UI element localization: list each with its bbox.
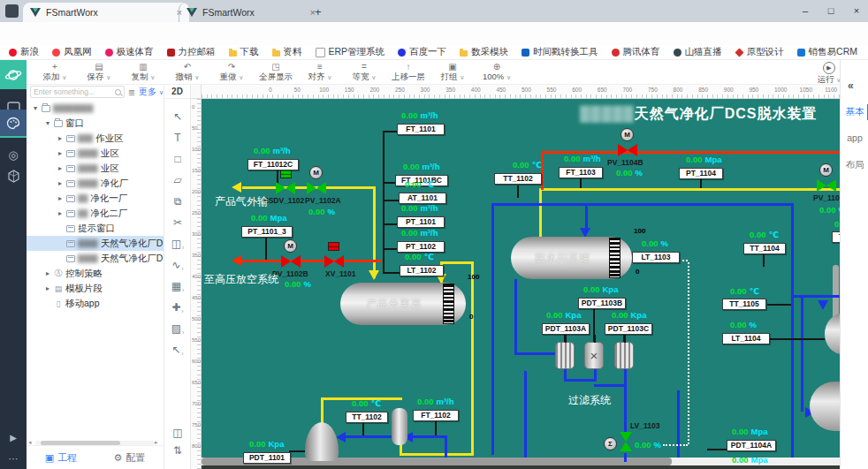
palette-tool-3[interactable]: ▱ [164, 170, 191, 191]
tree-item-窗口[interactable]: ▾窗口 [27, 116, 164, 131]
motor-actuator-icon[interactable]: M [621, 128, 634, 141]
bookmark-item[interactable]: 百度一下 [398, 46, 446, 58]
pipe[interactable] [539, 188, 840, 191]
toolbar-button-重做[interactable]: ↷重做 ∨ [210, 61, 253, 84]
pipe[interactable] [445, 435, 447, 458]
canvas-text-0[interactable]: 0 [469, 313, 473, 321]
window-minimize-button[interactable]: – [794, 0, 817, 21]
connector-line[interactable] [435, 421, 437, 435]
connector-line[interactable] [763, 254, 765, 267]
palette-tool-10[interactable]: ▨› [164, 318, 191, 339]
panel-tab-layout[interactable]: 布局 [841, 159, 868, 171]
valve-PV_1102A[interactable] [307, 182, 326, 194]
pipe[interactable] [791, 295, 840, 298]
tab-search-icon[interactable] [5, 4, 19, 18]
tree-item-模板片段[interactable]: ▸▤模板片段 [27, 281, 164, 296]
pipe[interactable] [514, 352, 557, 355]
pipe[interactable] [471, 261, 474, 453]
palette-bottom-tool-1[interactable]: ⇅ [164, 442, 191, 459]
canvas-text-至高压放空系统[interactable]: 至高压放空系统 [204, 272, 278, 287]
pipe[interactable] [594, 369, 597, 382]
instrument-PDT_1104A[interactable]: PDT_1104A [727, 440, 776, 451]
instrument-TT_1102[interactable]: TT_1102 [494, 173, 542, 185]
tree-item-天然气净化厂D[interactable]: ████天然气净化厂D [27, 236, 164, 251]
valve-PV_1102B[interactable] [281, 255, 301, 268]
pipe[interactable] [624, 453, 627, 462]
palette-tool-4[interactable]: ⧉ [164, 191, 191, 212]
pipe[interactable] [412, 435, 445, 438]
instrument-PDT_1101[interactable]: PDT_1101 [243, 452, 291, 464]
palette-bottom-tool-0[interactable]: ◫ [164, 424, 191, 442]
instrument-TT_1104[interactable]: TT_1104 [743, 243, 786, 254]
tree-item-天然气净化厂D[interactable]: ████天然气净化厂D [27, 251, 164, 266]
motor-actuator-icon[interactable]: M [819, 163, 833, 177]
instrument-TT_1[interactable]: TT_1 [832, 231, 840, 243]
connector-line[interactable] [517, 185, 519, 198]
tree-item-redacted[interactable]: ▾████████ [27, 101, 164, 116]
vessel[interactable] [810, 382, 840, 431]
connector-line[interactable] [383, 248, 397, 250]
connector-line[interactable] [700, 179, 702, 188]
toolbar-button-上移一层[interactable]: ↑上移一层 [387, 61, 430, 84]
pipe[interactable] [400, 453, 474, 456]
expand-icon[interactable]: ▾ [44, 119, 51, 127]
bookmark-item[interactable]: 凤凰网 [52, 46, 92, 58]
tree-item-移动app[interactable]: ▯移动app [27, 296, 164, 311]
bookmark-item[interactable]: 原型设计 [735, 46, 784, 58]
motor-actuator-icon[interactable]: M [309, 166, 323, 179]
flow-arrow-down[interactable] [818, 300, 828, 310]
instrument-PDT_1103B[interactable]: PDT_1103B [578, 298, 626, 309]
sigma-actuator-icon[interactable]: Σ [604, 437, 617, 450]
vessel[interactable] [614, 342, 634, 369]
pipe[interactable] [524, 371, 527, 458]
valve-LV_1103[interactable] [620, 432, 632, 451]
instrument-FT_1103[interactable]: FT_1103 [559, 167, 603, 178]
tree-item-控制策略[interactable]: ▸Ⓐ控制策略 [27, 266, 164, 281]
pipe[interactable] [624, 369, 627, 432]
canvas-text-过滤系统[interactable]: 过滤系统 [568, 393, 611, 408]
browser-tab-1[interactable]: FSmartWorx × [23, 3, 189, 22]
pipe[interactable] [491, 203, 494, 455]
vessel[interactable]: × [584, 342, 604, 369]
mode-2d-button[interactable]: 2D [164, 85, 191, 99]
bookmark-item[interactable]: 销售易CRM [797, 46, 857, 58]
palette-tool-2[interactable]: □ [164, 148, 191, 170]
connector-line[interactable] [707, 449, 727, 450]
palette-tool-8[interactable]: ▦› [164, 276, 191, 297]
window-close-button[interactable]: × [845, 0, 868, 21]
toolbar-button-添加[interactable]: +添加 ∨ [34, 61, 76, 84]
bookmark-item[interactable]: 时间戳转换工具 [522, 46, 598, 58]
toolbar-button-撤销[interactable]: ↶撤销 ∨ [166, 61, 209, 84]
instrument-PT_1101_3[interactable]: PT_1101_3 [241, 226, 293, 238]
palette-tool-9[interactable]: ✚› [164, 297, 191, 318]
connector-line[interactable] [580, 178, 582, 188]
bookmark-item[interactable]: ERP管理系统 [316, 46, 385, 58]
tree-item-净化厂[interactable]: ▸████净化厂 [27, 176, 164, 191]
bookmark-item[interactable]: 山猫直播 [674, 46, 722, 58]
instrument-TT_1102[interactable]: TT_1102 [346, 412, 388, 423]
collapse-panel-icon[interactable]: « [848, 79, 854, 92]
tab-project[interactable]: ▣工程 [45, 451, 77, 465]
panel-tab-basic[interactable]: 基本 [841, 106, 868, 118]
vessel[interactable] [392, 408, 407, 445]
connector-line[interactable] [289, 450, 305, 452]
connector-line[interactable] [769, 338, 825, 340]
palette-tool-7[interactable]: ∿› [164, 254, 191, 276]
bookmark-item[interactable]: 极速体育 [105, 46, 154, 58]
connector-line[interactable] [383, 131, 385, 274]
dotted-line[interactable] [663, 444, 688, 446]
vessel-脱水闪蒸罐[interactable]: 脱水闪蒸罐 [511, 237, 632, 279]
valve-PV_1104B[interactable] [618, 144, 637, 156]
motor-actuator-icon[interactable]: M [284, 239, 297, 253]
rail-item-hmi-designer[interactable] [0, 110, 27, 138]
instrument-PDT_1103C[interactable]: PDT_1103C [605, 323, 652, 335]
tab-config[interactable]: ⚙配置 [113, 451, 145, 465]
expand-icon[interactable]: ▸ [57, 209, 64, 217]
pipe[interactable] [791, 203, 794, 458]
bookmark-item[interactable]: 腾讯体育 [612, 46, 660, 58]
instrument-PDT_1103A[interactable]: PDT_1103A [542, 323, 590, 335]
connector-line[interactable] [265, 238, 267, 260]
valve-XV_1101[interactable] [324, 255, 344, 268]
instrument-LT_1103[interactable]: LT_1103 [632, 252, 680, 263]
instrument-PT_1104[interactable]: PT_1104 [679, 168, 723, 179]
